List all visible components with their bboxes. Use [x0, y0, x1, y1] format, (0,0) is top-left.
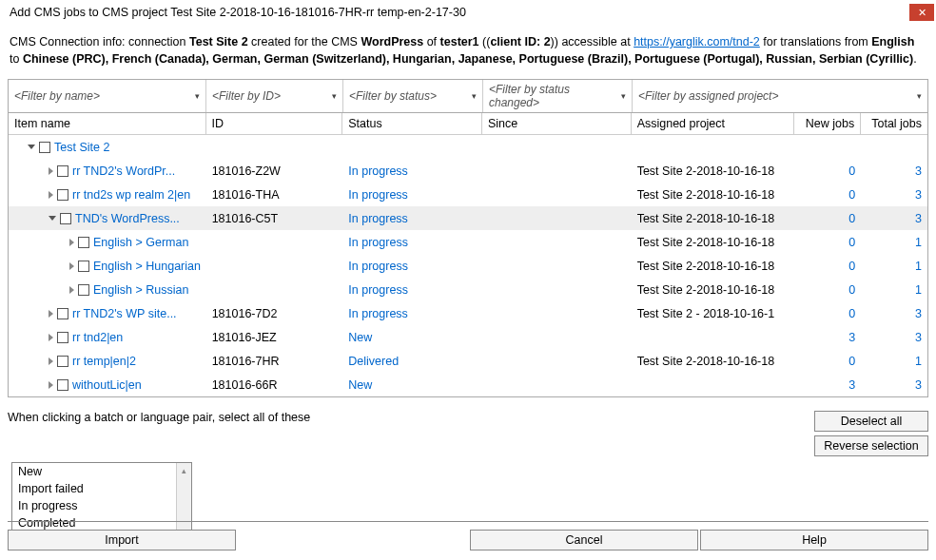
checkbox[interactable] [78, 237, 89, 248]
header-name[interactable]: Item name [9, 113, 206, 134]
filter-id-text: <Filter by ID> [212, 89, 281, 103]
table-row[interactable]: rr TND2's WP site...181016-7D2In progres… [9, 301, 927, 325]
table-row[interactable]: English > RussianIn progressTest Site 2-… [9, 278, 927, 301]
item-name: rr tnd2|en [72, 331, 123, 344]
checkbox[interactable] [78, 284, 89, 296]
filter-id[interactable]: <Filter by ID>▾ [206, 80, 343, 112]
checkbox[interactable] [57, 189, 68, 201]
item-project: Test Site 2-2018-10-16-18 [632, 283, 795, 297]
filter-project[interactable]: <Filter by assigned project>▾ [633, 80, 927, 112]
header-since[interactable]: Since [482, 113, 632, 134]
chevron-down-icon: ▾ [332, 91, 337, 101]
checkbox[interactable] [57, 332, 68, 343]
collapse-icon[interactable] [28, 145, 35, 149]
conn-url-link[interactable]: https://yarglik.com/tnd-2 [634, 35, 760, 48]
conn-user: tester1 [440, 35, 479, 48]
checkbox[interactable] [57, 165, 68, 177]
item-project: Test Site 2-2018-10-16-18 [632, 355, 795, 368]
table-row[interactable]: rr tnd2s wp realm 2|en181016-THAIn progr… [9, 183, 927, 206]
header-newjobs[interactable]: New jobs [794, 113, 861, 134]
item-status: In progress [342, 164, 482, 178]
item-project: Test Site 2-2018-10-16-18 [632, 260, 795, 273]
item-totjobs: 3 [861, 188, 927, 202]
item-newjobs: 0 [794, 307, 861, 320]
checkbox[interactable] [39, 142, 50, 153]
filter-status[interactable]: <Filter by status>▾ [343, 80, 483, 112]
list-item[interactable]: New [12, 463, 191, 480]
item-totjobs: 3 [861, 164, 927, 178]
list-item[interactable]: Import failed [12, 480, 191, 497]
conn-t: )) accessible at [551, 35, 634, 48]
header-status[interactable]: Status [342, 113, 482, 134]
item-name: rr temp|en|2 [72, 355, 136, 368]
reverse-selection-button[interactable]: Reverse selection [814, 435, 928, 456]
expand-icon[interactable] [49, 310, 53, 318]
item-id: 181016-C5T [206, 212, 343, 225]
item-status: Delivered [342, 355, 482, 368]
item-name: TND's WordPress... [75, 212, 180, 225]
checkbox[interactable] [60, 213, 71, 224]
table-row[interactable]: rr TND2's WordPr...181016-Z2WIn progress… [9, 159, 927, 183]
header-project[interactable]: Assigned project [632, 113, 795, 134]
chevron-down-icon: ▾ [195, 91, 200, 101]
footer-bar: Import Cancel Help [8, 521, 928, 550]
item-newjobs: 3 [794, 378, 861, 392]
conn-t: for translations from [760, 35, 871, 48]
item-name: English > German [93, 236, 188, 249]
table-row[interactable]: withoutLic|en181016-66RNew33 [9, 373, 927, 396]
conn-to: Chinese (PRC), French (Canada), German, … [23, 52, 913, 66]
help-button[interactable]: Help [700, 530, 928, 550]
table-row[interactable]: TND's WordPress...181016-C5TIn progressT… [9, 206, 927, 230]
cancel-button[interactable]: Cancel [470, 530, 698, 550]
conn-t: to [10, 52, 23, 66]
header-id[interactable]: ID [206, 113, 343, 134]
item-project: Test Site 2-2018-10-16-18 [632, 236, 795, 249]
checkbox[interactable] [78, 261, 89, 272]
chevron-down-icon: ▾ [917, 91, 922, 101]
expand-icon[interactable] [49, 357, 53, 365]
table-row[interactable]: rr tnd2|en181016-JEZNew33 [9, 325, 927, 349]
expand-icon[interactable] [49, 167, 53, 175]
item-project: Test Site 2-2018-10-16-18 [632, 212, 795, 225]
header-totjobs[interactable]: Total jobs [861, 113, 927, 134]
expand-icon[interactable] [49, 381, 53, 389]
expand-icon[interactable] [49, 191, 53, 199]
item-newjobs: 0 [794, 164, 861, 178]
item-totjobs: 3 [861, 307, 927, 320]
select-hint: When clicking a batch or language pair, … [8, 411, 310, 424]
close-button[interactable]: ✕ [909, 4, 934, 21]
table-row[interactable]: English > HungarianIn progressTest Site … [9, 254, 927, 278]
root-row[interactable]: Test Site 2 [9, 135, 927, 159]
deselect-all-button[interactable]: Deselect all [814, 411, 928, 432]
table-row[interactable]: English > GermanIn progressTest Site 2-2… [9, 230, 927, 254]
item-status: In progress [342, 236, 482, 249]
import-button[interactable]: Import [8, 530, 236, 550]
checkbox[interactable] [57, 308, 68, 319]
expand-icon[interactable] [69, 262, 74, 270]
item-id: 181016-JEZ [206, 331, 343, 344]
item-totjobs: 1 [861, 355, 927, 368]
scroll-up-icon[interactable]: ▴ [177, 463, 191, 478]
table-row[interactable]: rr temp|en|2181016-7HRDeliveredTest Site… [9, 349, 927, 373]
checkbox[interactable] [57, 356, 68, 367]
item-newjobs: 0 [794, 283, 861, 297]
item-newjobs: 0 [794, 260, 861, 273]
filter-status-text: <Filter by status> [349, 89, 437, 103]
checkbox[interactable] [57, 379, 68, 391]
item-status: In progress [342, 212, 482, 225]
expand-icon[interactable] [69, 286, 74, 294]
filter-name[interactable]: <Filter by name>▾ [9, 80, 206, 112]
chevron-down-icon: ▾ [621, 91, 626, 101]
conn-site: Test Site 2 [189, 35, 248, 48]
list-item[interactable]: In progress [12, 497, 191, 514]
collapse-icon[interactable] [49, 216, 56, 221]
item-status: New [342, 331, 482, 344]
filter-changed[interactable]: <Filter by status changed>▾ [483, 80, 633, 112]
filter-project-text: <Filter by assigned project> [638, 89, 778, 103]
item-name: English > Russian [93, 283, 188, 297]
conn-t: created for the CMS [248, 35, 361, 48]
close-icon: ✕ [918, 7, 926, 19]
expand-icon[interactable] [69, 239, 74, 246]
item-totjobs: 3 [861, 378, 927, 392]
expand-icon[interactable] [49, 334, 53, 341]
